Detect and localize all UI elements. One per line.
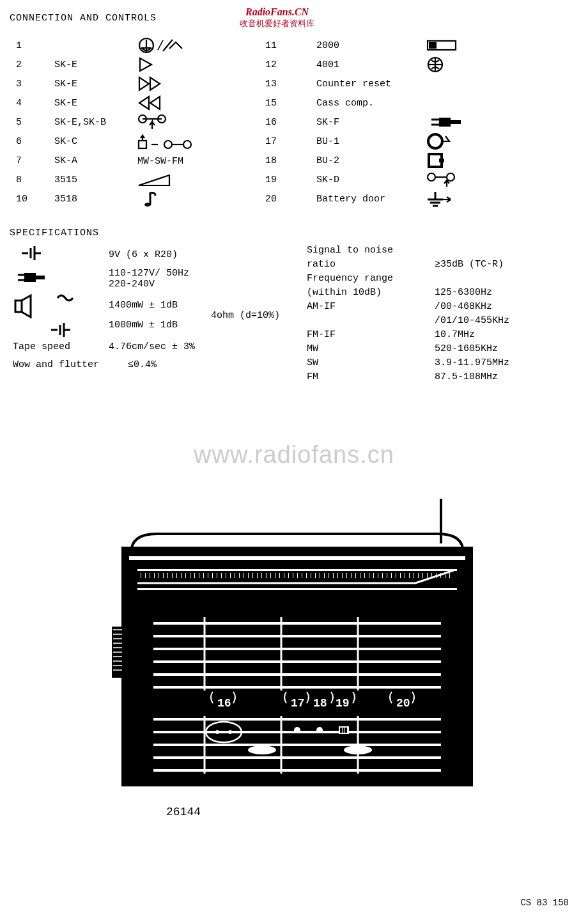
spec-value: 9V (6 x R20) (109, 249, 300, 260)
svg-rect-86 (340, 728, 342, 733)
control-symbol-record-icon: / (137, 36, 265, 55)
spec-value: 10.7MHz (435, 329, 562, 343)
svg-rect-23 (439, 159, 444, 162)
svg-rect-40 (15, 300, 22, 312)
spec-label (307, 315, 435, 329)
callout-18: 18 (313, 697, 327, 710)
svg-rect-88 (345, 728, 347, 733)
spec-value (435, 245, 562, 259)
control-code: SK-D (316, 170, 425, 189)
controls-table: 1234567810 SK-ESK-ESK-ESK-E,SK-BSK-CSK-A… (16, 36, 578, 208)
control-symbol-tone-icon (137, 189, 265, 208)
svg-rect-50 (137, 588, 457, 590)
svg-text:MW-SW-FM: MW-SW-FM (137, 156, 183, 167)
spec-value: 1000mW ± 1dB (109, 320, 211, 331)
watermark: www.radiofans.cn (0, 441, 588, 469)
spec-label: (within 10dB) (307, 287, 435, 301)
mains-plug-icon (13, 269, 109, 289)
control-code: SK-C (54, 132, 137, 151)
control-code: BU-1 (316, 132, 425, 151)
control-symbol-MW-SW-FM-icon: MW-SW-FM (137, 151, 265, 170)
svg-point-24 (428, 173, 435, 181)
svg-point-9 (183, 141, 191, 148)
spec-label: FM-IF (307, 329, 435, 343)
control-num: 10 (16, 189, 54, 208)
control-num: 2 (16, 55, 54, 74)
callout-20: 20 (396, 697, 410, 710)
control-symbol-none-icon (425, 93, 495, 113)
control-num: 15 (265, 93, 316, 113)
callout-19: 19 (336, 697, 350, 710)
brand-block: RadioFans.CN 收音机爱好者资料库 (240, 6, 314, 29)
spec-label: SW (307, 357, 435, 371)
control-symbol-tape-socket-icon (425, 170, 495, 189)
control-symbol-jack-icon (425, 55, 495, 74)
footer-code: CS 83 150 (520, 898, 569, 908)
spec-label: MW (307, 343, 435, 357)
spec-label: FM (307, 371, 435, 386)
control-code: Counter reset (316, 74, 425, 93)
callout-16: 16 (217, 697, 231, 710)
spec-value: 110-127V/ 50Hz220-240V (109, 268, 300, 290)
svg-rect-36 (24, 273, 36, 282)
control-code: 3518 (54, 189, 137, 208)
svg-point-11 (144, 203, 151, 207)
control-num: 11 (265, 36, 316, 55)
control-symbol-rew-icon (137, 93, 265, 113)
control-symbol-stop-eject-icon (137, 132, 265, 151)
brand-name: RadioFans.CN (240, 6, 314, 18)
control-symbol-ff-icon (137, 74, 265, 93)
spec-value: 520-1605KHz (435, 343, 562, 357)
spec-label: Frequency range (307, 273, 435, 287)
section-title-controls: CONNECTION AND CONTROLS (10, 13, 157, 24)
control-num: 8 (16, 170, 54, 189)
speaker-icon (13, 293, 109, 338)
spec-value: 1400mW ± 1dB (109, 300, 211, 311)
svg-point-21 (428, 134, 442, 148)
control-code: SK-E (54, 74, 137, 93)
spec-value: 125-6300Hz (435, 287, 562, 301)
svg-point-82 (228, 730, 232, 734)
control-code: SK-F (316, 113, 425, 132)
control-symbol-square-socket-icon (425, 151, 495, 170)
battery-icon (13, 245, 109, 265)
svg-rect-48 (137, 569, 457, 571)
svg-point-7 (164, 141, 172, 148)
svg-point-83 (294, 727, 300, 733)
control-num: 1 (16, 36, 54, 55)
control-code: 2000 (316, 36, 425, 55)
svg-point-90 (344, 745, 372, 754)
device-figure: 16 17 18 19 20 (121, 499, 473, 790)
section-title-specs: SPECIFICATIONS (10, 228, 578, 238)
spec-label: Wow and flutter (13, 359, 128, 370)
spec-label: Signal to noise (307, 245, 435, 259)
control-num: 3 (16, 74, 54, 93)
callout-17: 17 (291, 697, 305, 710)
spec-value: 4ohm (d=10%) (211, 310, 280, 321)
control-code: SK-E (54, 93, 137, 113)
specifications: 9V (6 x R20)110-127V/ 50Hz220-240V 1400m… (13, 245, 578, 386)
control-num: 5 (16, 113, 54, 132)
svg-point-84 (316, 727, 323, 733)
spec-value: 3.9-11.975MHz (435, 357, 562, 371)
svg-text:/: / (157, 39, 164, 54)
spec-value: 87.5-108MHz (435, 371, 562, 386)
svg-point-26 (447, 173, 454, 181)
control-symbol-plug-icon (425, 113, 495, 132)
spec-value: ≤0.4% (128, 359, 157, 370)
control-symbol-play-icon (137, 55, 265, 74)
svg-rect-18 (451, 120, 461, 124)
control-num: 18 (265, 151, 316, 170)
control-symbol-pause-icon (137, 113, 265, 132)
svg-rect-17 (439, 118, 451, 127)
control-num: 13 (265, 74, 316, 93)
spec-value: /00-468KHz (435, 301, 562, 315)
svg-rect-87 (343, 728, 344, 733)
spec-value (435, 273, 562, 287)
svg-rect-13 (429, 42, 437, 49)
control-code: 3515 (54, 170, 137, 189)
control-num: 17 (265, 132, 316, 151)
control-num: 6 (16, 132, 54, 151)
spec-label: ratio (307, 259, 435, 273)
spec-value: /01/10-455KHz (435, 315, 562, 329)
